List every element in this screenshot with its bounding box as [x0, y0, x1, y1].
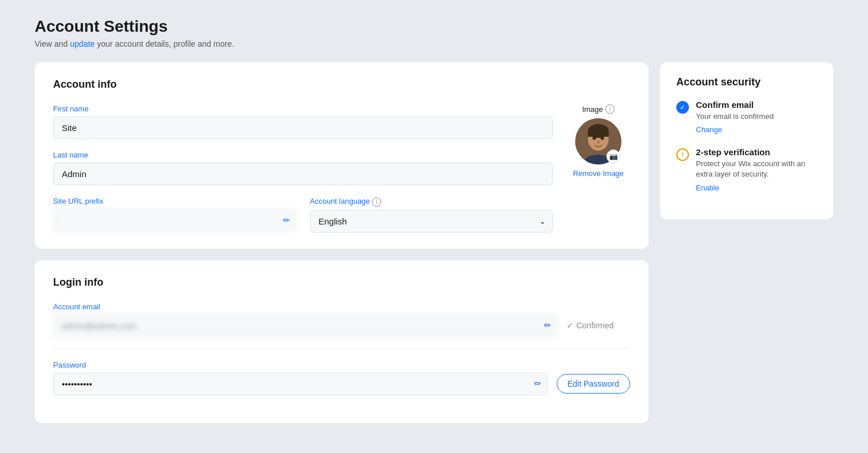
svg-point-5 [601, 136, 604, 140]
subtitle-link[interactable]: update [70, 39, 95, 48]
language-select[interactable]: English French German Spanish Portuguese [310, 210, 553, 233]
two-step-content: 2-step verification Protect your Wix acc… [696, 147, 817, 192]
svg-rect-3 [588, 131, 609, 137]
login-info-title: Login info [53, 276, 630, 289]
account-info-form: First name Last name Site URL prefix [53, 104, 630, 233]
page-subtitle: View and update your account details, pr… [35, 39, 833, 48]
edit-password-button[interactable]: Edit Password [557, 374, 630, 394]
account-info-title: Account info [53, 78, 630, 91]
confirm-email-desc: Your email is confirmed [696, 111, 774, 122]
password-input[interactable] [53, 373, 547, 395]
confirm-email-title: Confirm email [696, 100, 774, 110]
password-row-wrap: Password ✏ Edit Password [53, 361, 630, 395]
last-name-row: Last name [53, 151, 553, 185]
account-info-fields: First name Last name Site URL prefix [53, 104, 553, 233]
confirm-email-content: Confirm email Your email is confirmed Ch… [696, 100, 774, 134]
account-security-card: Account security ✓ Confirm email Your em… [660, 62, 833, 219]
svg-point-4 [593, 136, 596, 140]
security-item-two-step: ! 2-step verification Protect your Wix a… [676, 147, 817, 192]
site-url-input[interactable] [53, 209, 296, 231]
email-field-wrap: ✏ [53, 315, 557, 337]
account-language-label: Account language i [310, 197, 553, 207]
account-security-title: Account security [676, 76, 817, 88]
password-field-row: ✏ Edit Password [53, 373, 630, 395]
two-step-warning-icon: ! [676, 148, 689, 161]
email-edit-icon[interactable]: ✏ [544, 320, 552, 331]
main-column: Account info First name Last name [35, 62, 649, 423]
url-lang-row: Site URL prefix ✏ Account language i [53, 197, 553, 233]
site-url-edit-icon[interactable]: ✏ [283, 215, 290, 226]
confirm-email-icon: ✓ [676, 101, 689, 114]
site-url-label: Site URL prefix [53, 197, 296, 205]
first-name-label: First name [53, 104, 553, 113]
camera-icon: 📷 [609, 152, 618, 160]
first-name-input[interactable] [53, 117, 553, 139]
image-label: Image i [582, 104, 614, 114]
language-select-wrap: English French German Spanish Portuguese… [310, 210, 553, 233]
confirm-email-change-link[interactable]: Change [696, 125, 722, 134]
account-language-info-icon[interactable]: i [372, 197, 381, 207]
last-name-input[interactable] [53, 163, 553, 185]
camera-button[interactable]: 📷 [606, 149, 620, 163]
avatar-wrapper: 📷 [575, 118, 621, 164]
site-url-field: ✏ [53, 209, 296, 231]
two-step-desc: Protect your Wix account with an extra l… [696, 159, 817, 179]
first-name-row: First name [53, 104, 553, 139]
svg-point-6 [597, 140, 599, 144]
confirmed-label: Confirmed [576, 321, 614, 330]
account-language-wrap: Account language i English French German… [310, 197, 553, 233]
last-name-label: Last name [53, 151, 553, 159]
image-info-icon[interactable]: i [605, 104, 614, 114]
two-step-title: 2-step verification [696, 147, 817, 157]
confirmed-check-icon: ✓ [567, 321, 573, 330]
divider [53, 349, 630, 349]
password-label: Password [53, 361, 630, 369]
site-url-wrap: Site URL prefix ✏ [53, 197, 296, 233]
page-title: Account Settings [35, 17, 833, 36]
account-email-input[interactable] [53, 315, 557, 337]
confirmed-badge: ✓ Confirmed [567, 321, 630, 330]
login-info-card: Login info Account email ✏ ✓ Confirmed [35, 260, 649, 423]
remove-image-button[interactable]: Remove Image [573, 169, 624, 178]
account-info-card: Account info First name Last name [35, 62, 649, 249]
security-item-confirm-email: ✓ Confirm email Your email is confirmed … [676, 100, 817, 134]
image-label-text: Image [582, 105, 603, 114]
lang-label-text: Account language [310, 197, 370, 205]
image-section: Image i [567, 104, 630, 178]
password-field-wrap: ✏ [53, 373, 547, 395]
password-edit-icon[interactable]: ✏ [534, 379, 542, 389]
account-email-row: Account email ✏ ✓ Confirmed [53, 302, 630, 337]
email-field-row: ✏ ✓ Confirmed [53, 315, 630, 337]
account-email-label: Account email [53, 302, 630, 311]
main-layout: Account info First name Last name [35, 62, 833, 423]
two-step-enable-link[interactable]: Enable [696, 184, 719, 192]
